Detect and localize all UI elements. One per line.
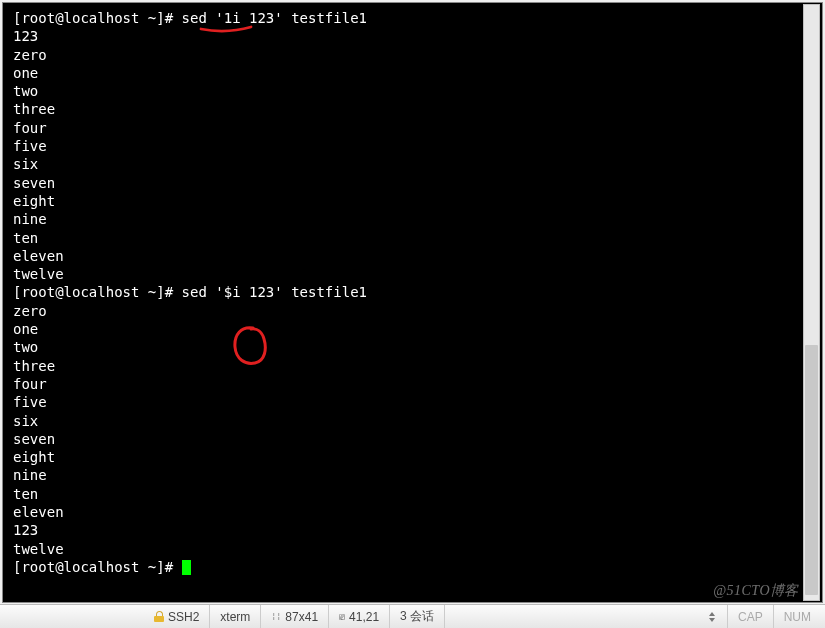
status-bar: SSH2 xterm ⸽⸽ 87x41 ⎚ 41,21 3 会话 CAP NUM bbox=[0, 604, 825, 628]
status-updown[interactable] bbox=[697, 605, 728, 628]
up-down-icon bbox=[707, 611, 717, 623]
status-size-label: 87x41 bbox=[285, 610, 318, 624]
output-line: zero bbox=[13, 302, 814, 320]
output-line: seven bbox=[13, 430, 814, 448]
command-2: sed '$i 123' testfile1 bbox=[182, 284, 367, 300]
command-1: sed '1i 123' testfile1 bbox=[182, 10, 367, 26]
status-term: xterm bbox=[210, 605, 261, 628]
status-cap: CAP bbox=[728, 605, 774, 628]
output-line: eleven bbox=[13, 503, 814, 521]
output-line: twelve bbox=[13, 265, 814, 283]
output-line: ten bbox=[13, 229, 814, 247]
command-line-2: [root@localhost ~]# sed '$i 123' testfil… bbox=[13, 283, 814, 301]
output-line: one bbox=[13, 320, 814, 338]
status-ssh: SSH2 bbox=[144, 605, 210, 628]
output-line: two bbox=[13, 338, 814, 356]
prompt-2: [root@localhost ~]# bbox=[13, 284, 182, 300]
terminal-window: [root@localhost ~]# sed '1i 123' testfil… bbox=[2, 2, 823, 603]
output-line: nine bbox=[13, 466, 814, 484]
prompt-1: [root@localhost ~]# bbox=[13, 10, 182, 26]
output-line: eight bbox=[13, 192, 814, 210]
output-line: eight bbox=[13, 448, 814, 466]
status-pos-label: 41,21 bbox=[349, 610, 379, 624]
output-line: five bbox=[13, 137, 814, 155]
pos-icon: ⎚ bbox=[339, 611, 345, 622]
terminal-content[interactable]: [root@localhost ~]# sed '1i 123' testfil… bbox=[3, 3, 822, 582]
output-line: two bbox=[13, 82, 814, 100]
command-line-3: [root@localhost ~]# bbox=[13, 558, 814, 576]
output-line: one bbox=[13, 64, 814, 82]
output-line: 123 bbox=[13, 27, 814, 45]
output-line: six bbox=[13, 412, 814, 430]
output-line: twelve bbox=[13, 540, 814, 558]
output-line: four bbox=[13, 119, 814, 137]
output-line: three bbox=[13, 100, 814, 118]
scrollbar[interactable] bbox=[803, 4, 820, 601]
output-line: five bbox=[13, 393, 814, 411]
output-line: four bbox=[13, 375, 814, 393]
lock-icon bbox=[154, 611, 164, 622]
output-line: eleven bbox=[13, 247, 814, 265]
command-line-1: [root@localhost ~]# sed '1i 123' testfil… bbox=[13, 9, 814, 27]
output-line: zero bbox=[13, 46, 814, 64]
status-ssh-label: SSH2 bbox=[168, 610, 199, 624]
status-sessions[interactable]: 3 会话 bbox=[390, 605, 445, 628]
output-line: nine bbox=[13, 210, 814, 228]
size-icon: ⸽⸽ bbox=[271, 611, 281, 622]
cursor bbox=[182, 560, 191, 575]
watermark: @51CTO博客 bbox=[713, 582, 799, 600]
output-line: 123 bbox=[13, 521, 814, 539]
output-line: seven bbox=[13, 174, 814, 192]
output-line: ten bbox=[13, 485, 814, 503]
scrollbar-thumb[interactable] bbox=[805, 345, 818, 595]
status-num: NUM bbox=[774, 605, 821, 628]
prompt-3: [root@localhost ~]# bbox=[13, 559, 182, 575]
output-line: six bbox=[13, 155, 814, 173]
status-position: ⎚ 41,21 bbox=[329, 605, 390, 628]
output-line: three bbox=[13, 357, 814, 375]
status-size: ⸽⸽ 87x41 bbox=[261, 605, 329, 628]
